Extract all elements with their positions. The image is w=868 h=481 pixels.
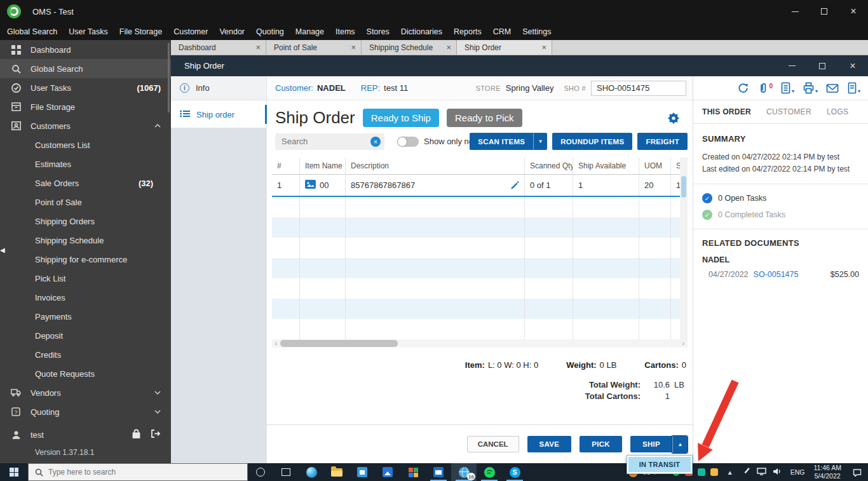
tab-customer[interactable]: CUSTOMER [766, 107, 811, 116]
ready-to-ship-button[interactable]: Ready to Ship [363, 109, 439, 127]
menu-items[interactable]: Items [330, 27, 361, 36]
sidebar-subitem-shipping-schedule[interactable]: Shipping Schedule [0, 231, 171, 250]
column-header-description[interactable]: Description [346, 158, 525, 175]
freight-button[interactable]: FREIGHT [637, 133, 688, 150]
cancel-button[interactable]: CANCEL [467, 436, 519, 452]
search-input[interactable] [281, 137, 370, 146]
edit-pencil-icon[interactable] [510, 180, 519, 191]
scrollbar-thumb[interactable] [681, 176, 686, 198]
scrollbar-thumb[interactable] [280, 340, 398, 347]
tab-close-icon[interactable]: × [541, 43, 546, 51]
print-icon[interactable]: ▾ [803, 82, 818, 94]
menu-global-search[interactable]: Global Search [1, 27, 63, 36]
menu-crm[interactable]: CRM [487, 27, 517, 36]
export-document-icon[interactable]: ▾ [847, 82, 860, 94]
tab-ship-order[interactable]: Ship Order× [457, 40, 552, 55]
email-icon[interactable] [826, 83, 839, 93]
tray-app-icon-yellow[interactable] [710, 468, 718, 476]
start-button[interactable] [0, 463, 28, 481]
taskbar-app-browser[interactable]: 16 [451, 463, 477, 481]
menu-settings[interactable]: Settings [517, 27, 557, 36]
sidebar-subitem-shipping-ecommerce[interactable]: Shipping for e-commerce [0, 250, 171, 269]
table-vertical-scrollbar[interactable] [680, 158, 688, 339]
taskbar-app-skype[interactable]: S [502, 463, 527, 481]
action-center-button[interactable] [846, 463, 868, 481]
sidebar-subitem-pick-list[interactable]: Pick List [0, 269, 171, 288]
sidebar-subitem-credits[interactable]: Credits [0, 345, 171, 364]
sidebar-subitem-quote-requests[interactable]: Quote Requests [0, 364, 171, 383]
ship-button[interactable]: SHIP [630, 436, 672, 452]
pick-button[interactable]: PICK [580, 436, 622, 452]
taskbar-app-edge[interactable] [299, 463, 324, 481]
in-transit-option[interactable]: IN TRANSIT [628, 457, 691, 472]
taskbar-app-photos[interactable] [375, 463, 400, 481]
sho-number-input[interactable] [591, 81, 686, 96]
taskbar-clock[interactable]: 11:46 AM 5/4/2022 [808, 464, 846, 480]
task-view-button[interactable] [273, 463, 299, 481]
settings-gear-icon[interactable] [667, 112, 680, 125]
tray-app-icon-teal[interactable] [698, 468, 705, 476]
app-close-button[interactable]: × [839, 0, 868, 23]
menu-dictionaries[interactable]: Dictionaries [395, 27, 448, 36]
menu-quoting[interactable]: Quoting [250, 27, 290, 36]
completed-tasks-row[interactable]: ✓ 0 Completed Tasks [702, 210, 859, 220]
scrollbar-track[interactable] [280, 339, 679, 348]
inner-restore-button[interactable] [807, 55, 837, 76]
clear-search-icon[interactable]: × [370, 137, 381, 147]
show-not-valid-toggle[interactable] [397, 137, 419, 147]
scan-items-dropdown-button[interactable]: ▾ [533, 133, 547, 150]
attachments-icon[interactable]: 0 [757, 82, 772, 94]
sidebar-subitem-shipping-orders[interactable]: Shipping Orders [0, 212, 171, 231]
order-nav-ship-order[interactable]: Ship order [171, 105, 266, 124]
taskbar-search-input[interactable] [48, 468, 241, 477]
cortana-button[interactable] [248, 463, 273, 481]
sidebar-subitem-invoices[interactable]: Invoices [0, 288, 171, 307]
app-minimize-button[interactable] [780, 0, 810, 23]
related-document-link[interactable]: SO-0051475 [754, 270, 799, 279]
column-header-item-name[interactable]: Item Name [300, 158, 346, 175]
roundup-items-button[interactable]: ROUNDUP ITEMS [552, 133, 632, 150]
sidebar-item-dashboard[interactable]: Dashboard [0, 40, 171, 59]
tray-expand-chevron-icon[interactable]: ▲ [723, 469, 737, 476]
documents-list-icon[interactable]: ▾ [780, 82, 794, 94]
taskbar-app-office[interactable] [400, 463, 426, 481]
language-indicator[interactable]: ENG [787, 468, 809, 476]
column-header-scanned-qty[interactable]: Scanned Qty [525, 158, 573, 175]
tray-display-icon[interactable] [757, 468, 766, 477]
menu-customer[interactable]: Customer [168, 27, 214, 36]
menu-vendor[interactable]: Vendor [214, 27, 250, 36]
tab-shipping-schedule[interactable]: Shipping Schedule× [362, 40, 457, 55]
logout-icon[interactable] [151, 429, 161, 440]
sidebar-subitem-sale-orders[interactable]: Sale Orders(32) [0, 173, 171, 193]
sidebar-collapse-handle[interactable]: ◀ [0, 247, 5, 254]
tab-logs[interactable]: LOGS [827, 107, 849, 116]
menu-reports[interactable]: Reports [448, 27, 487, 36]
scroll-right-icon[interactable]: › [679, 339, 688, 348]
sidebar-subitem-payments[interactable]: Payments [0, 307, 171, 326]
ship-dropdown-button[interactable]: ▲ [672, 436, 688, 453]
sidebar-scrollbar[interactable] [168, 43, 170, 112]
order-nav-info[interactable]: i Info [171, 76, 266, 100]
menu-file-storage[interactable]: File Storage [114, 27, 168, 36]
table-row[interactable]: 1 00 85767867867867 0 of 1 1 20 [272, 175, 680, 197]
inner-minimize-button[interactable] [776, 55, 807, 76]
refresh-icon[interactable] [737, 82, 749, 94]
table-horizontal-scrollbar[interactable]: ‹ › [272, 339, 688, 348]
tab-close-icon[interactable]: × [255, 43, 261, 51]
taskbar-search[interactable] [28, 463, 248, 481]
sidebar-subitem-customers-list[interactable]: Customers List [0, 135, 171, 154]
tray-speaker-icon[interactable] [773, 468, 782, 477]
lock-icon[interactable] [132, 429, 140, 440]
inner-close-button[interactable]: × [837, 55, 868, 76]
tab-this-order[interactable]: THIS ORDER [702, 107, 751, 116]
ready-to-pick-button[interactable]: Ready to Pick [447, 109, 522, 127]
tab-dashboard[interactable]: Dashboard× [171, 40, 266, 55]
app-maximize-button[interactable] [810, 0, 839, 23]
column-header-ship-available[interactable]: Ship Available [573, 158, 639, 175]
sidebar-item-user-tasks[interactable]: User Tasks (1067) [0, 78, 171, 97]
sidebar-item-file-storage[interactable]: File Storage [0, 97, 171, 116]
menu-user-tasks[interactable]: User Tasks [63, 27, 114, 36]
taskbar-app-outlook[interactable] [426, 463, 451, 481]
menu-stores[interactable]: Stores [361, 27, 395, 36]
tab-close-icon[interactable]: × [446, 43, 451, 51]
